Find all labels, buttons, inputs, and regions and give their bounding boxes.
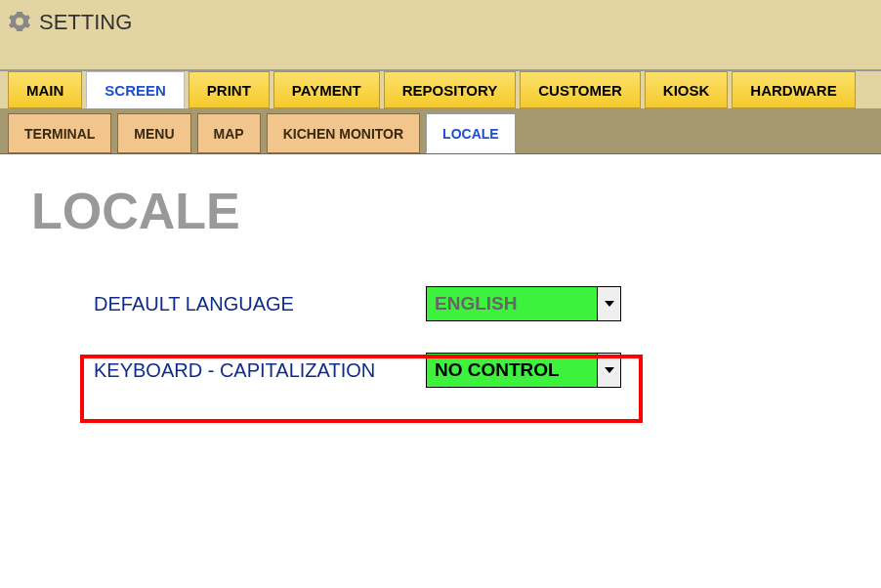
row-keyboard-capitalization: KEYBOARD - CAPITALIZATION NO CONTROL	[94, 346, 850, 395]
subtab-terminal[interactable]: TERMINAL	[8, 113, 111, 153]
subtab-map[interactable]: MAP	[197, 113, 261, 153]
tab-print[interactable]: PRINT	[189, 71, 270, 108]
label-keyboard-capitalization: KEYBOARD - CAPITALIZATION	[94, 359, 426, 382]
select-default-language[interactable]: ENGLISH	[426, 286, 621, 321]
select-default-language-value: ENGLISH	[427, 287, 597, 320]
row-default-language: DEFAULT LANGUAGE ENGLISH	[94, 279, 850, 328]
content-area: LOCALE DEFAULT LANGUAGE ENGLISH KEYBOARD…	[0, 154, 881, 440]
tab-screen[interactable]: SCREEN	[86, 71, 185, 108]
select-keyboard-capitalization-value: NO CONTROL	[427, 354, 597, 387]
main-tabs: MAIN SCREEN PRINT PAYMENT REPOSITORY CUS…	[0, 70, 881, 109]
header-title: SETTING	[39, 10, 132, 35]
tab-repository[interactable]: REPOSITORY	[384, 71, 517, 108]
chevron-down-icon	[597, 354, 620, 387]
tab-payment[interactable]: PAYMENT	[273, 71, 380, 108]
page-title: LOCALE	[31, 182, 850, 240]
subtab-locale[interactable]: LOCALE	[426, 113, 516, 153]
tab-customer[interactable]: CUSTOMER	[520, 71, 641, 108]
select-keyboard-capitalization[interactable]: NO CONTROL	[426, 353, 621, 388]
tab-hardware[interactable]: HARDWARE	[732, 71, 855, 108]
tab-main[interactable]: MAIN	[8, 71, 82, 108]
gear-icon	[8, 10, 31, 33]
chevron-down-icon	[597, 287, 620, 320]
tab-kiosk[interactable]: KIOSK	[645, 71, 729, 108]
subtab-kichen-monitor[interactable]: KICHEN MONITOR	[267, 113, 420, 153]
header-bar: SETTING	[0, 0, 881, 70]
form: DEFAULT LANGUAGE ENGLISH KEYBOARD - CAPI…	[31, 279, 850, 395]
sub-tabs: TERMINAL MENU MAP KICHEN MONITOR LOCALE	[0, 109, 881, 154]
label-default-language: DEFAULT LANGUAGE	[94, 293, 426, 315]
subtab-menu[interactable]: MENU	[117, 113, 190, 153]
